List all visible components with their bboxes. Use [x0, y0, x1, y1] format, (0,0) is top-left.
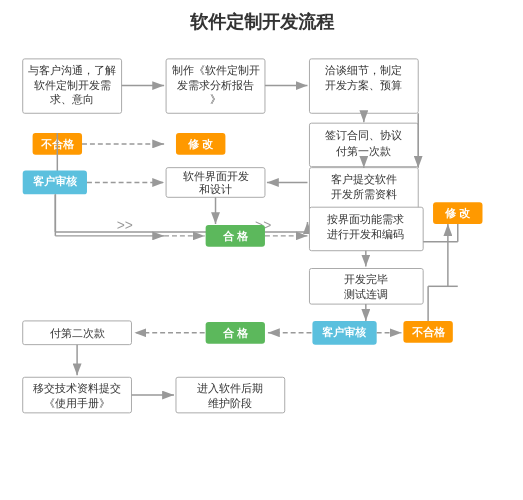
svg-text:维护阶段: 维护阶段	[208, 397, 252, 409]
svg-text:修 改: 修 改	[444, 207, 471, 219]
svg-text:制作《软件定制开: 制作《软件定制开	[172, 64, 260, 76]
svg-text:进入软件后期: 进入软件后期	[197, 382, 263, 394]
flow-diagram: 与客户沟通，了解 软件定制开发需 求、意向 制作《软件定制开 发需求分析报告 》…	[15, 49, 508, 489]
svg-text:不合格: 不合格	[411, 326, 446, 338]
svg-text:客户提交软件: 客户提交软件	[331, 173, 397, 185]
svg-text:《使用手册》: 《使用手册》	[44, 397, 110, 409]
svg-text:修 改: 修 改	[187, 138, 214, 150]
page-container: 软件定制开发流程 与客户沟通，了解 软件定制开发需 求、意向 制作《软件定制开 …	[0, 0, 523, 500]
svg-text:签订合同、协议: 签订合同、协议	[325, 129, 402, 141]
svg-text:移交技术资料提交: 移交技术资料提交	[33, 382, 121, 394]
svg-text:进行开发和编码: 进行开发和编码	[327, 228, 404, 240]
svg-text:>>: >>	[117, 217, 133, 233]
svg-text:》: 》	[210, 93, 221, 105]
svg-text:洽谈细节，制定: 洽谈细节，制定	[325, 64, 402, 76]
svg-text:客户审核: 客户审核	[33, 175, 78, 187]
page-title: 软件定制开发流程	[15, 10, 508, 34]
svg-text:付第二次款: 付第二次款	[50, 327, 105, 339]
svg-text:发需求分析报告: 发需求分析报告	[177, 79, 254, 91]
svg-text:合 格: 合 格	[222, 230, 249, 242]
svg-text:开发完毕: 开发完毕	[344, 273, 388, 285]
svg-text:客户审核: 客户审核	[322, 326, 367, 338]
svg-text:付第一次款: 付第一次款	[336, 145, 391, 157]
svg-text:开发方案、预算: 开发方案、预算	[325, 79, 402, 91]
svg-text:和设计: 和设计	[199, 183, 232, 195]
svg-text:测试连调: 测试连调	[344, 288, 388, 300]
svg-text:按界面功能需求: 按界面功能需求	[327, 213, 404, 225]
svg-text:软件定制开发需: 软件定制开发需	[34, 79, 111, 91]
svg-text:合 格: 合 格	[222, 327, 249, 339]
svg-text:求、意向: 求、意向	[50, 93, 94, 105]
svg-text:开发所需资料: 开发所需资料	[331, 188, 397, 200]
svg-text:软件界面开发: 软件界面开发	[183, 170, 249, 182]
svg-text:与客户沟通，了解: 与客户沟通，了解	[28, 64, 116, 76]
